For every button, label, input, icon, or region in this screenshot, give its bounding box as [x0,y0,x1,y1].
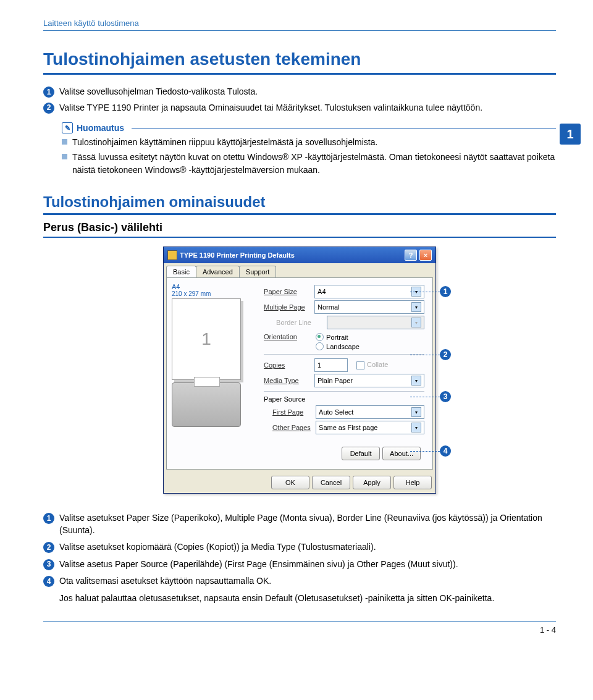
note-bullet: Tässä luvussa esitetyt näytön kuvat on o… [62,151,556,176]
help-button[interactable]: Help [393,476,432,489]
desc-number: 3 [43,559,54,570]
orientation-portrait[interactable]: Portrait [316,333,360,341]
desc-number: 1 [43,513,54,524]
multiple-page-select[interactable]: Normal▾ [314,300,424,314]
tab-support[interactable]: Support [239,266,277,277]
preview-box: A4 210 x 297 mm 1 [172,283,258,427]
page-number: 1 - 4 [540,625,556,635]
chevron-down-icon: ▾ [411,302,421,312]
note-box: ✎ Huomautus Tulostinohjaimen käyttäminen… [62,122,556,176]
bullet-icon [62,154,67,159]
step-1: 1 Valitse sovellusohjelman Tiedosto-vali… [43,86,556,98]
step-number: 1 [43,86,54,98]
first-page-label: First Page [272,408,316,416]
printer-icon [167,250,177,260]
callout-line [410,397,440,397]
cancel-button[interactable]: Cancel [312,476,350,489]
default-button[interactable]: Default [342,447,380,460]
callout-1: 1 [440,286,451,297]
orientation-landscape[interactable]: Landscape [316,342,360,350]
desc-number: 4 [43,576,54,587]
other-pages-select[interactable]: Same as First page▾ [316,421,424,434]
chapter-badge: 1 [560,124,581,145]
callout-line [410,355,440,355]
note-text: Tulostinohjaimen käyttäminen riippuu käy… [72,136,377,148]
media-type-select[interactable]: Plain Paper▾ [314,374,424,387]
callout-4: 4 [440,445,451,457]
step-number: 2 [43,103,54,114]
desc-text: Valitse asetukset kopiomäärä (Copies (Ko… [59,541,556,554]
tab-basic[interactable]: Basic [166,266,196,277]
callout-3: 3 [440,391,451,402]
about-button[interactable]: About... [382,447,421,460]
desc-item-2: 2 Valitse asetukset kopiomäärä (Copies (… [43,541,556,554]
media-type-label: Media Type [264,377,314,384]
heading-1: Tulostinohjaimen asetusten tekeminen [43,49,556,75]
bullet-icon [62,139,67,145]
chevron-down-icon: ▾ [411,318,421,327]
tab-advanced[interactable]: Advanced [196,266,240,277]
heading-3: Perus (Basic-) välilehti [43,221,556,238]
copies-label: Copies [264,361,314,369]
callout-line [410,292,440,292]
dialog-titlebar: TYPE 1190 Printer Printing Defaults ? × [164,247,435,263]
chevron-down-icon: ▾ [411,407,421,417]
printer-illustration [172,382,241,427]
help-button[interactable]: ? [405,250,417,261]
callout-line [410,451,440,452]
desc-item-4: 4 Ota valitsemasi asetukset käyttöön nap… [43,575,556,588]
print-dialog: TYPE 1190 Printer Printing Defaults ? × … [163,247,436,494]
checkbox-icon [356,361,364,369]
desc-item-3: 3 Valitse asetus Paper Source (Paperiläh… [43,559,556,571]
note-bullet: Tulostinohjaimen käyttäminen riippuu käy… [62,136,556,148]
step-text: Valitse TYPE 1190 Printer ja napsauta Om… [59,102,482,114]
desc-text: Valitse asetus Paper Source (Paperilähde… [59,559,556,571]
multiple-page-label: Multiple Page [264,303,314,311]
page-header: Laitteen käyttö tulostimena [43,19,556,31]
close-button[interactable]: × [419,250,432,261]
dialog-title: TYPE 1190 Printer Printing Defaults [180,251,295,259]
step-2: 2 Valitse TYPE 1190 Printer ja napsauta … [43,102,556,114]
paper-source-label: Paper Source [264,395,424,403]
copies-input[interactable]: 1 [314,358,348,372]
desc-item-note: Jos haluat palauttaa oletusasetukset, na… [43,592,556,605]
chevron-down-icon: ▾ [411,376,421,386]
step-text: Valitse sovellusohjelman Tiedosto-valiko… [59,86,258,98]
desc-item-1: 1 Valitse asetukset Paper Size (Paperiko… [43,512,556,536]
radio-icon [316,342,324,350]
border-line-select: ▾ [327,316,424,329]
heading-2: Tulostinohjaimen ominaisuudet [43,193,556,215]
note-text: Tässä luvussa esitetyt näytön kuvat on o… [72,151,556,176]
preview-paper-label: A4 [172,283,258,290]
chevron-down-icon: ▾ [411,423,421,432]
first-page-select[interactable]: Auto Select▾ [316,405,424,419]
collate-option: Collate [356,361,388,369]
paper-size-select[interactable]: A4▾ [314,285,424,298]
preview-paper-size: 210 x 297 mm [172,290,258,297]
desc-number: 2 [43,542,54,553]
orientation-label: Orientation [264,333,314,340]
note-icon: ✎ [62,122,73,133]
preview-sheet: 1 [172,298,241,380]
other-pages-label: Other Pages [272,424,316,431]
radio-icon [316,333,324,341]
desc-text: Valitse asetukset Paper Size (Paperikoko… [59,512,556,536]
border-line-label: Border Line [276,319,327,326]
note-title: Huomautus [77,123,124,133]
ok-button[interactable]: OK [271,476,309,489]
apply-button[interactable]: Apply [353,476,391,489]
callout-2: 2 [440,349,451,360]
desc-text: Jos haluat palauttaa oletusasetukset, na… [59,592,556,605]
desc-text: Ota valitsemasi asetukset käyttöön napsa… [59,575,556,588]
paper-size-label: Paper Size [264,288,314,295]
